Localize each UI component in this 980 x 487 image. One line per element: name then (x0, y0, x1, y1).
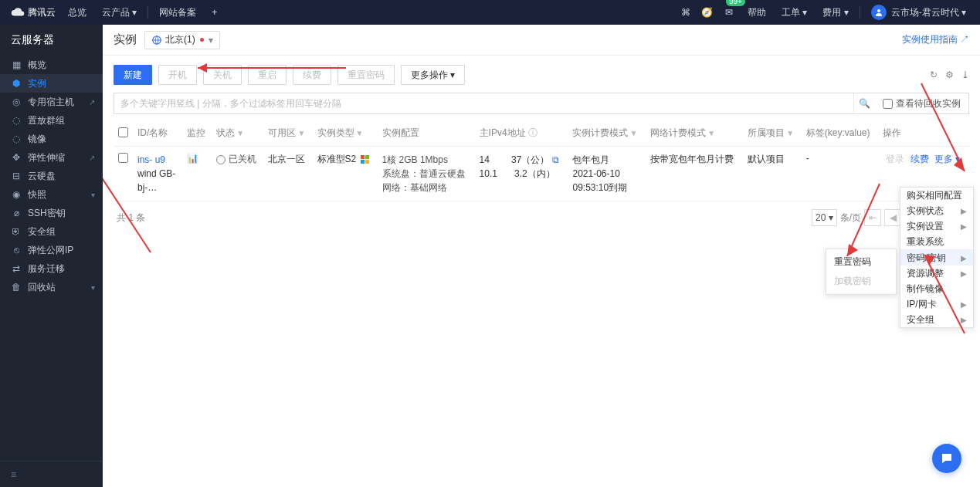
menu-item[interactable]: 购买相同配置 (900, 188, 973, 203)
svg-point-0 (877, 9, 880, 12)
prev-page-button[interactable]: ◀ (884, 209, 901, 226)
row-checkbox[interactable] (118, 153, 128, 163)
sidebar-item-cbs[interactable]: ⊟云硬盘 (0, 167, 103, 185)
chevron-right-icon: ▶ (961, 300, 967, 309)
monitor-icon[interactable]: 📊 (187, 153, 198, 164)
submenu-reset-password[interactable]: 重置密码 (826, 252, 896, 272)
avatar-icon (871, 5, 887, 20)
select-all-checkbox[interactable] (118, 127, 128, 137)
main: 实例 北京(1) ▾ 实例使用指南 ↗ 新建 开机 关机 重启 续费 重置密码 (103, 25, 980, 487)
sidebar-item-recycle[interactable]: 🗑回收站▾ (0, 278, 103, 296)
cloud-icon (11, 5, 25, 19)
user-menu[interactable]: 云市场-君云时代 ▾ (863, 0, 974, 25)
brand-logo[interactable]: 腾讯云 (6, 5, 60, 19)
menu-item[interactable]: 资源调整▶ (900, 265, 973, 281)
sidebar-collapse[interactable]: ≡ (0, 461, 103, 487)
start-button[interactable]: 开机 (158, 65, 197, 85)
nav-products[interactable]: 云产品 ▾ (94, 0, 144, 25)
th-net[interactable]: 网络计费模式▼ (646, 120, 743, 147)
menu-item[interactable]: 制作镜像 (900, 281, 973, 296)
menu-item[interactable]: 安全组▶ (900, 312, 973, 327)
more-link[interactable]: 更多 ▾ (934, 154, 960, 164)
region-selector[interactable]: 北京(1) ▾ (144, 31, 220, 49)
th-ip[interactable]: 主IPv4地址 ⓘ (475, 120, 568, 147)
th-type[interactable]: 实例类型▼ (313, 120, 378, 147)
th-status[interactable]: 状态▼ (212, 120, 263, 147)
instance-name2: bj-… (137, 181, 178, 194)
sidebar-item-image[interactable]: ◌镜像 (0, 130, 103, 148)
filter-icon[interactable]: ▼ (356, 129, 364, 137)
ip-icon: ⎋ (11, 245, 22, 255)
th-mon: 监控 (182, 120, 212, 147)
chevron-down-icon: ▾ (91, 283, 95, 292)
sidebar-item-ssh[interactable]: ⌀SSH密钥 (0, 204, 103, 222)
menu-item[interactable]: 密码/密钥▶ (900, 250, 973, 265)
sidebar-item-host[interactable]: ◎专用宿主机↗ (0, 93, 103, 111)
sidebar-title: 云服务器 (0, 25, 103, 56)
instance-id-link[interactable]: ins- u9 (137, 154, 165, 165)
search-input[interactable] (114, 98, 853, 109)
recycle-checkbox-input[interactable] (883, 99, 893, 109)
stop-button[interactable]: 关机 (203, 65, 242, 85)
th-bill[interactable]: 实例计费模式▼ (568, 120, 646, 147)
disk-icon: ⊟ (11, 171, 22, 181)
instance-name: wind GB- (137, 167, 178, 181)
nav-ticket[interactable]: 工单 ▾ (774, 0, 815, 25)
sidebar-item-migrate[interactable]: ⇄服务迁移 (0, 259, 103, 278)
menu-item[interactable]: IP/网卡▶ (900, 296, 973, 312)
message-icon[interactable]: ✉99+ (718, 0, 740, 25)
th-proj[interactable]: 所属项目▼ (743, 120, 802, 147)
more-actions-button[interactable]: 更多操作 ▾ (401, 65, 465, 85)
nav-overview[interactable]: 总览 (60, 0, 94, 25)
menu-item[interactable]: 实例设置▶ (900, 218, 973, 234)
nav-add[interactable]: + (204, 0, 225, 25)
search-icon[interactable]: 🔍 (853, 93, 875, 113)
nav-help[interactable]: 帮助 (740, 0, 774, 25)
sidebar-item-sg[interactable]: ⛨安全组 (0, 222, 103, 241)
sidebar-item-placement[interactable]: ◌置放群组 (0, 111, 103, 130)
menu-item[interactable]: 重装系统 (900, 234, 973, 249)
sidebar-item-instance[interactable]: ⬢实例 (0, 74, 103, 93)
info-icon[interactable]: ⓘ (528, 127, 537, 138)
filter-icon[interactable]: ▼ (297, 129, 305, 137)
cli-icon[interactable]: ⌘ (675, 0, 697, 25)
tag-cell: - (802, 147, 878, 201)
sidebar-item-eip[interactable]: ⎋弹性公网IP (0, 241, 103, 259)
filter-icon[interactable]: ▼ (786, 129, 794, 137)
renew-link[interactable]: 续费 (910, 154, 929, 164)
recycle-checkbox[interactable]: 查看待回收实例 (875, 97, 968, 110)
login-link: 登录 (886, 154, 904, 164)
resetpwd-button[interactable]: 重置密码 (337, 65, 395, 85)
menu-item[interactable]: 实例状态▶ (900, 203, 973, 218)
filter-icon[interactable]: ▼ (236, 129, 244, 137)
create-button[interactable]: 新建 (114, 65, 152, 85)
image-icon: ◌ (11, 134, 22, 144)
feedback-fab[interactable] (932, 444, 961, 473)
restart-button[interactable]: 重启 (248, 65, 287, 85)
alert-dot-icon (200, 38, 204, 42)
key-icon: ⌀ (11, 208, 22, 218)
sidebar-item-as[interactable]: ✥弹性伸缩↗ (0, 148, 103, 167)
nav-beian[interactable]: 网站备案 (151, 0, 204, 25)
renew-button[interactable]: 续费 (293, 65, 331, 85)
first-page-button[interactable]: ⇤ (864, 209, 881, 226)
refresh-icon[interactable]: ↻ (930, 69, 938, 80)
msg-badge: 99+ (726, 0, 745, 6)
settings-icon[interactable]: ⚙ (945, 69, 954, 80)
filter-icon[interactable]: ▼ (707, 129, 715, 137)
compass-icon[interactable]: 🧭 (697, 0, 718, 25)
th-id[interactable]: ID/名称 (133, 120, 182, 147)
nav-billing[interactable]: 费用 ▾ (815, 0, 856, 25)
page-size-select[interactable]: 20 ▾ (812, 209, 837, 226)
sidebar-item-snapshot[interactable]: ◉快照▾ (0, 185, 103, 204)
usage-guide-link[interactable]: 实例使用指南 ↗ (902, 33, 969, 46)
status-ring-icon (216, 155, 226, 164)
download-icon[interactable]: ⤓ (961, 69, 969, 80)
th-zone[interactable]: 可用区▼ (263, 120, 312, 147)
filter-icon[interactable]: ▼ (629, 129, 637, 137)
more-actions-menu: 购买相同配置实例状态▶实例设置▶重装系统密码/密钥▶资源调整▶制作镜像IP/网卡… (900, 187, 974, 328)
netbill-cell: 按带宽包年包月计费 (646, 147, 743, 201)
copy-icon[interactable]: ⧉ (552, 154, 559, 165)
chevron-right-icon: ▶ (961, 269, 967, 278)
sidebar-item-overview[interactable]: ▦概览 (0, 56, 103, 74)
